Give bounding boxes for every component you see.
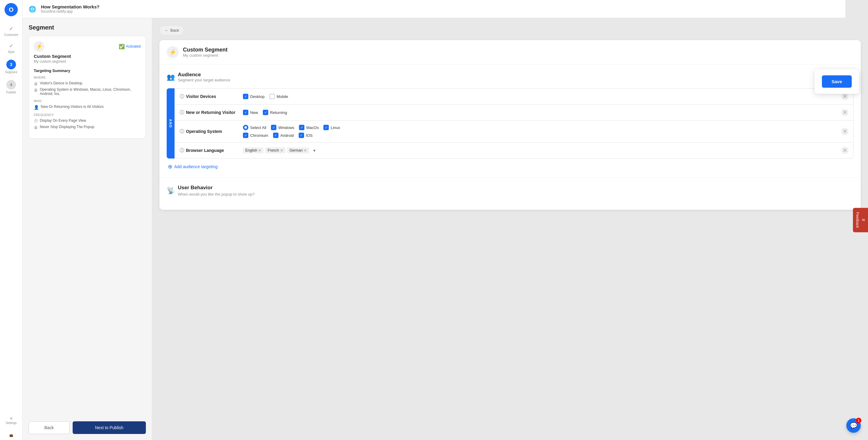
select-all-option[interactable]: Select All [243, 125, 266, 130]
ios-checkbox[interactable]: ✓ [299, 133, 304, 138]
mobile-checkbox[interactable] [270, 94, 275, 99]
display-icon: 🖥 [34, 125, 38, 130]
os-text: Operating System [186, 129, 222, 134]
new-returning-remove[interactable]: ✕ [841, 109, 848, 116]
app-logo[interactable]: O [4, 3, 18, 16]
desktop-checkbox[interactable]: ✓ [243, 94, 248, 99]
desktop-option[interactable]: ✓ Desktop [243, 94, 265, 99]
top-header: 🌐 How Segmentation Works? focusfirst.net… [23, 0, 845, 18]
sidebar-briefcase[interactable]: 💼 [0, 431, 22, 440]
feedback-label: Feedback [855, 212, 860, 228]
step-publish-label: Publish [6, 91, 16, 94]
french-label: French [268, 148, 279, 153]
back-arrow-icon: ← [164, 28, 168, 33]
sidebar-step-segment[interactable]: 3 Segment [0, 57, 22, 77]
visitor-devices-options: ✓ Desktop Mobile [243, 94, 835, 99]
audience-subtitle: Segment your target audience [178, 78, 230, 82]
mobile-option[interactable]: Mobile [270, 94, 288, 99]
returning-option[interactable]: ✓ Returning [263, 110, 287, 115]
step-circle-segment: 3 [6, 60, 16, 69]
lang-dropdown-icon[interactable]: ▾ [313, 148, 315, 153]
android-checkbox[interactable]: ✓ [273, 133, 278, 138]
select-all-radio[interactable] [243, 125, 248, 130]
user-behavior-info: User Behavior When would you like the po… [178, 185, 254, 196]
freq-item-2: 🖥 Never Stop Displaying The Popup [34, 125, 141, 130]
user-behavior-icon: 📡 [167, 187, 175, 195]
header-text: How Segmentation Works? focusfirst.netli… [41, 4, 99, 13]
freq-text-1: Display On Every Page View. [40, 119, 87, 123]
left-panel-footer: Back Next to Publish [29, 415, 146, 434]
who-text-1: New Or Returning Visitors is All Visitor… [41, 104, 104, 109]
briefcase-icon: 💼 [9, 434, 13, 437]
activated-check-icon: ✅ [119, 44, 125, 50]
browser-language-remove[interactable]: ✕ [841, 147, 848, 154]
frequency-section: FREQUENCY ⏱ Display On Every Page View. … [34, 113, 141, 130]
feedback-tab[interactable]: Feedback ✉ [853, 208, 868, 232]
linux-option[interactable]: ✓ Linux [323, 125, 340, 130]
android-option[interactable]: ✓ Android [273, 133, 294, 138]
back-button[interactable]: ← Back [159, 25, 184, 35]
returning-checkbox[interactable]: ✓ [263, 110, 268, 115]
browser-language-text: Browser Language [186, 148, 224, 153]
browser-language-label: ⓘ Browser Language [180, 148, 237, 153]
where-item-2: 🖥 Operating System is Windows, Macos, Li… [34, 87, 141, 96]
frequency-label: FREQUENCY [34, 113, 141, 117]
browser-language-info-icon[interactable]: ⓘ [180, 148, 184, 153]
english-remove[interactable]: ✕ [258, 149, 261, 153]
add-targeting-label: Add audience targeting [174, 164, 218, 169]
english-label: English [245, 148, 257, 153]
chat-badge: 1 [856, 418, 861, 423]
save-button[interactable]: Save [822, 75, 852, 88]
device-icon: 🖥 [34, 82, 38, 86]
main-card-icon: ⚡ [167, 46, 179, 58]
visitor-devices-text: Visitor Devices [186, 94, 216, 99]
new-checkbox[interactable]: ✓ [243, 110, 248, 115]
lang-tag-german: German ✕ [287, 147, 309, 153]
os-row-2: ✓ Chromium ✓ Android ✓ [243, 133, 835, 138]
customize-label: Customize [4, 33, 18, 36]
french-remove[interactable]: ✕ [280, 149, 283, 153]
visitor-devices-info-icon[interactable]: ⓘ [180, 94, 184, 99]
windows-option[interactable]: ✓ Windows [271, 125, 294, 130]
german-remove[interactable]: ✕ [304, 149, 307, 153]
visitor-devices-remove[interactable]: ✕ [841, 93, 848, 100]
save-card: Save [815, 69, 859, 94]
sidebar-settings[interactable]: ⚙ Settings [0, 414, 22, 428]
main-card-title: Custom Segment [183, 47, 227, 53]
os-icon: 🖥 [34, 88, 38, 93]
macos-checkbox[interactable]: ✓ [299, 125, 304, 130]
sidebar-step-publish[interactable]: 4 Publish [0, 77, 22, 97]
activated-badge: ✅ Activated [119, 44, 141, 50]
header-title: How Segmentation Works? [41, 4, 99, 9]
os-label: ⓘ Operating System [180, 129, 237, 134]
os-info-icon[interactable]: ⓘ [180, 129, 184, 134]
macos-label: MacOs [306, 125, 318, 130]
next-to-publish-button[interactable]: Next to Publish [73, 421, 146, 434]
icon-sidebar: O ✓ Customize ✓ Style 3 Segment 4 Publis… [0, 0, 23, 440]
linux-checkbox[interactable]: ✓ [323, 125, 329, 130]
new-returning-info-icon[interactable]: ⓘ [180, 110, 184, 116]
macos-option[interactable]: ✓ MacOs [299, 125, 318, 130]
sidebar-item-customize[interactable]: ✓ Customize [0, 22, 22, 39]
add-audience-targeting[interactable]: ⊕ Add audience targeting [167, 163, 854, 170]
mobile-label: Mobile [277, 94, 288, 99]
targeting-summary-title: Targeting Summary [34, 68, 141, 73]
audience-rows: AND ⓘ Visitor Devices ✓ [167, 88, 854, 159]
chat-bubble[interactable]: 💬 1 [846, 418, 861, 433]
new-returning-text: New or Returning Visitor [186, 110, 236, 115]
chromium-checkbox[interactable]: ✓ [243, 133, 248, 138]
sidebar-item-style[interactable]: ✓ Style [0, 39, 22, 57]
select-all-label: Select All [250, 125, 266, 130]
new-returning-label: ⓘ New or Returning Visitor [180, 110, 237, 116]
desktop-label: Desktop [250, 94, 265, 99]
chromium-option[interactable]: ✓ Chromium [243, 133, 268, 138]
left-back-button[interactable]: Back [29, 421, 70, 434]
main-card: ⚡ Custom Segment My custom segment 👥 Aud… [159, 40, 861, 210]
audience-section-header: 👥 Audience Segment your target audience [167, 72, 854, 82]
new-option[interactable]: ✓ New [243, 110, 258, 115]
right-panel: ← Back Save ⚡ Custom Segment My custom s… [152, 18, 868, 440]
os-remove[interactable]: ✕ [841, 128, 848, 135]
windows-checkbox[interactable]: ✓ [271, 125, 276, 130]
header-url: focusfirst.netlify.app [41, 9, 99, 13]
ios-option[interactable]: ✓ IOS [299, 133, 313, 138]
